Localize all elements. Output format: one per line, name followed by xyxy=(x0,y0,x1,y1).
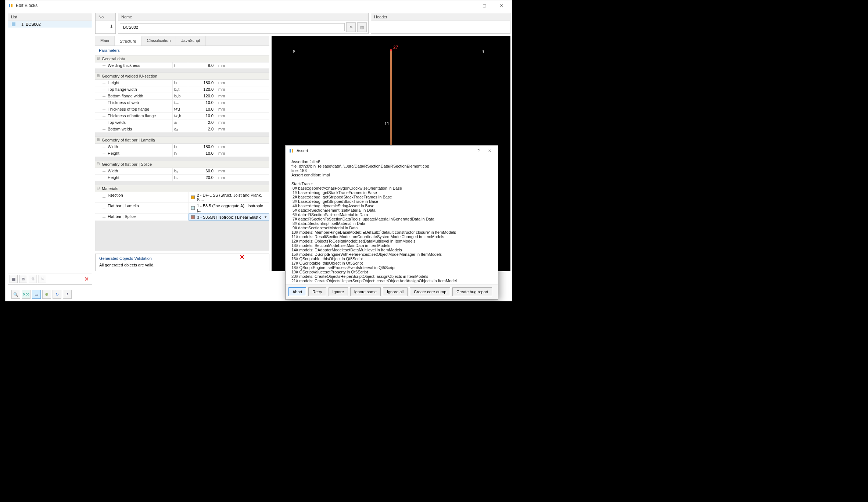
group-lamella[interactable]: Geometry of flat bar | Lamella xyxy=(95,136,269,144)
core-dump-button[interactable]: Create core dump xyxy=(410,287,450,296)
function-button[interactable]: f xyxy=(63,290,72,299)
name-header: Name xyxy=(118,13,368,21)
tab-classification[interactable]: Classification xyxy=(141,36,176,46)
svg-rect-0 xyxy=(9,4,10,7)
validation-message: All generated objects are valid. xyxy=(96,263,269,271)
search-icon[interactable]: 🔍 xyxy=(11,290,20,299)
ignore-all-button[interactable]: Ignore all xyxy=(383,287,408,296)
move-up-button[interactable]: ⇅ xyxy=(29,275,37,283)
ignore-button[interactable]: Ignore xyxy=(329,287,348,296)
material-row[interactable]: I-section2 - DF-L SS (Struct. Joist and … xyxy=(95,192,269,203)
bottom-toolbar: 🔍 0.00 ▭ ⚙ ↻ f xyxy=(11,290,72,299)
assert-body[interactable]: Assertion failed! file: d:\r20\bin_relea… xyxy=(286,156,498,284)
param-row[interactable]: Widthbₛ60.0mm xyxy=(95,168,269,175)
svg-rect-3 xyxy=(292,149,293,153)
no-header: No. xyxy=(96,13,115,21)
no-panel: No. 1 xyxy=(95,13,116,34)
rotate-button[interactable]: ↻ xyxy=(53,290,61,299)
titlebar[interactable]: Edit Blocks ― ▢ ✕ xyxy=(6,0,512,11)
parameters-panel: Parameters General data Welding thicknes… xyxy=(95,46,269,251)
assert-titlebar[interactable]: Assert ? ✕ xyxy=(286,146,498,156)
precision-button[interactable]: 0.00 xyxy=(22,290,31,299)
no-value: 1 xyxy=(96,21,115,31)
view-box-button[interactable]: ▭ xyxy=(32,290,41,299)
bug-report-button[interactable]: Create bug report xyxy=(452,287,492,296)
param-row[interactable]: Heighthₗ10.0mm xyxy=(95,150,269,157)
library-button[interactable]: ▥ xyxy=(357,22,367,32)
app-icon xyxy=(8,3,14,8)
param-row[interactable]: Heighthᵢ180.0mm xyxy=(95,80,269,86)
chevron-down-icon[interactable]: ▾ xyxy=(265,215,267,219)
abort-button[interactable]: Abort xyxy=(288,287,306,296)
move-down-button[interactable]: ⇅ xyxy=(38,275,46,283)
edit-name-button[interactable]: ✎ xyxy=(346,22,356,32)
list-item[interactable]: 1 BCS002 xyxy=(8,21,92,28)
assert-title: Assert xyxy=(297,148,308,153)
color-swatch xyxy=(191,206,195,210)
preview-label-9: 9 xyxy=(481,49,484,54)
tab-structure[interactable]: Structure xyxy=(115,36,142,46)
material-row[interactable]: Flat bar | Splice3 - S355N | Isotropic |… xyxy=(95,214,269,221)
tabstrip: Main Structure Classification JavaScript xyxy=(95,36,269,46)
svg-rect-2 xyxy=(290,149,291,153)
param-row[interactable]: Widthbₗ180.0mm xyxy=(95,144,269,150)
tree-button[interactable]: ⚙ xyxy=(42,290,51,299)
new-block-button[interactable]: ▦ xyxy=(10,275,18,283)
maximize-button[interactable]: ▢ xyxy=(476,0,493,11)
group-general[interactable]: General data xyxy=(95,55,269,62)
assert-dialog: Assert ? ✕ Assertion failed! file: d:\r2… xyxy=(285,145,498,300)
header-panel-title: Header xyxy=(371,13,510,21)
assert-button-bar: Abort Retry Ignore Ignore same Ignore al… xyxy=(286,284,498,299)
material-row[interactable]: Flat bar | Lamella1 - B3.5 (fine aggrega… xyxy=(95,203,269,214)
block-icon xyxy=(12,22,15,26)
header-panel: Header xyxy=(371,13,510,34)
window-title: Edit Blocks xyxy=(16,3,37,8)
param-row[interactable]: Heighthₛ20.0mm xyxy=(95,175,269,181)
svg-rect-1 xyxy=(11,4,12,7)
close-icon[interactable]: ✕ xyxy=(240,254,244,261)
preview-label-27: 27 xyxy=(393,45,398,50)
tab-javascript[interactable]: JavaScript xyxy=(176,36,205,46)
minimize-button[interactable]: ― xyxy=(459,0,476,11)
assert-close-button[interactable]: ✕ xyxy=(484,148,495,153)
color-swatch xyxy=(191,215,195,219)
group-iu[interactable]: Geometry of welded IU-section xyxy=(95,72,269,80)
param-row[interactable]: Thickness of bottom flangetғ,b10.0mm xyxy=(95,113,269,119)
group-materials[interactable]: Materials xyxy=(95,185,269,192)
help-button[interactable]: ? xyxy=(473,148,484,153)
preview-label-8: 8 xyxy=(293,49,295,54)
group-splice[interactable]: Geometry of flat bar | Splice xyxy=(95,161,269,168)
param-row[interactable]: Thickness of webtᵥᵥ10.0mm xyxy=(95,100,269,106)
retry-button[interactable]: Retry xyxy=(308,287,326,296)
param-row[interactable]: Bottom flange widthbᵢ,b120.0mm xyxy=(95,93,269,100)
ignore-same-button[interactable]: Ignore same xyxy=(350,287,381,296)
parameters-title: Parameters xyxy=(95,46,269,55)
tab-main[interactable]: Main xyxy=(95,36,115,46)
delete-block-button[interactable]: ✕ xyxy=(82,275,90,283)
param-row[interactable]: Top flange widthbᵢ,t120.0mm xyxy=(95,86,269,93)
list-item-num: 1 xyxy=(18,22,24,26)
name-input[interactable]: BCS002 xyxy=(120,23,345,31)
param-row[interactable]: Welding thickness t 8.0 mm xyxy=(95,62,269,69)
list-header: List xyxy=(8,13,92,21)
param-row[interactable]: Top weldsaₜ2.0mm xyxy=(95,119,269,126)
preview-label-11: 11 xyxy=(384,121,389,126)
param-row[interactable]: Bottom weldsaₐ2.0mm xyxy=(95,126,269,133)
param-row[interactable]: Thickness of top flangetғ,t10.0mm xyxy=(95,106,269,113)
app-icon xyxy=(288,148,294,154)
name-panel: Name BCS002 ✎ ▥ xyxy=(118,13,369,34)
blocks-list-panel: List 1 BCS002 ▦ ⧉ ⇅ ⇅ ✕ xyxy=(8,13,92,285)
close-button[interactable]: ✕ xyxy=(493,0,510,11)
list-item-name: BCS002 xyxy=(26,22,41,26)
copy-block-button[interactable]: ⧉ xyxy=(19,275,27,283)
color-swatch xyxy=(191,196,195,199)
